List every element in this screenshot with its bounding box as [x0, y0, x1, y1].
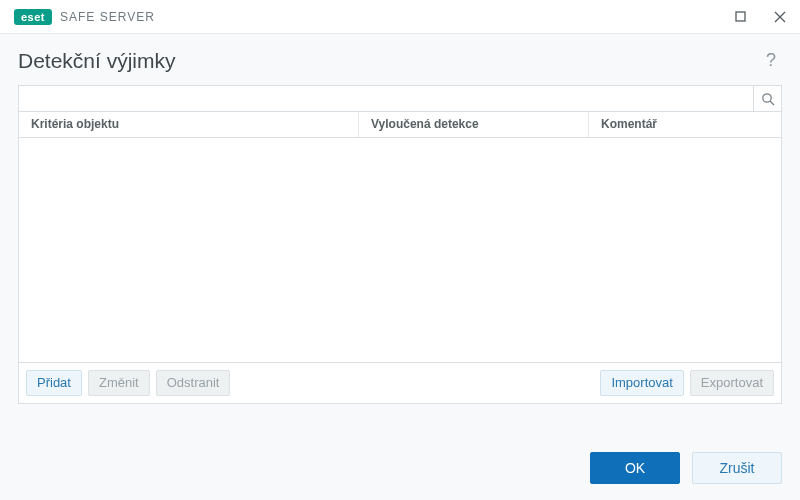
content-area: Detekční výjimky ? Kritéria objektu Vylo… [0, 34, 800, 404]
window-controls [720, 0, 800, 33]
window-maximize-button[interactable] [720, 0, 760, 33]
column-header-excluded-detection[interactable]: Vyloučená detekce [359, 112, 589, 137]
svg-rect-0 [736, 12, 745, 21]
column-header-criteria[interactable]: Kritéria objektu [19, 112, 359, 137]
help-icon: ? [766, 50, 776, 70]
table-body[interactable] [19, 138, 781, 362]
search-button[interactable] [753, 86, 781, 111]
brand-badge-text: eset [21, 11, 45, 23]
table-header: Kritéria objektu Vyloučená detekce Komen… [19, 112, 781, 138]
maximize-icon [735, 11, 746, 22]
action-row: Přidat Změnit Odstranit Importovat Expor… [19, 362, 781, 403]
column-header-comment[interactable]: Komentář [589, 112, 781, 137]
help-button[interactable]: ? [760, 48, 782, 73]
window-close-button[interactable] [760, 0, 800, 33]
brand-product-text: SAFE SERVER [60, 10, 155, 24]
search-icon [761, 92, 775, 106]
page-title: Detekční výjimky [18, 49, 176, 73]
page-header: Detekční výjimky ? [18, 48, 782, 73]
close-icon [774, 11, 786, 23]
export-button[interactable]: Exportovat [690, 370, 774, 396]
titlebar: eset SAFE SERVER [0, 0, 800, 34]
cancel-button[interactable]: Zrušit [692, 452, 782, 484]
search-row [19, 86, 781, 112]
edit-button[interactable]: Změnit [88, 370, 150, 396]
svg-line-2 [770, 101, 774, 105]
main-panel: Kritéria objektu Vyloučená detekce Komen… [18, 85, 782, 404]
import-button[interactable]: Importovat [600, 370, 683, 396]
dialog-footer: OK Zrušit [0, 436, 800, 500]
delete-button[interactable]: Odstranit [156, 370, 231, 396]
search-input[interactable] [19, 86, 753, 111]
add-button[interactable]: Přidat [26, 370, 82, 396]
ok-button[interactable]: OK [590, 452, 680, 484]
svg-point-1 [762, 93, 770, 101]
brand-badge: eset [14, 9, 52, 25]
